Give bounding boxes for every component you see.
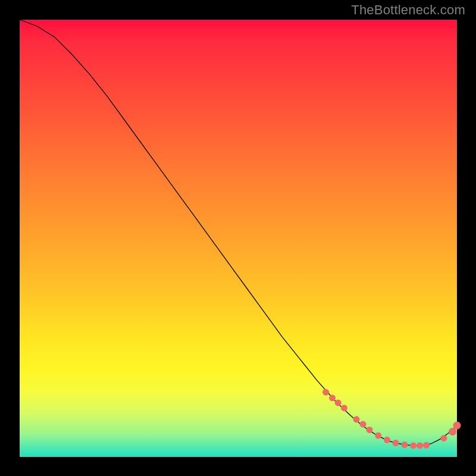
data-dot xyxy=(453,422,461,430)
data-dots xyxy=(322,389,461,449)
data-dot xyxy=(384,437,390,443)
data-dot xyxy=(341,405,347,411)
data-dot xyxy=(416,442,423,449)
data-dot xyxy=(440,435,447,441)
data-dot xyxy=(329,394,336,401)
data-dot xyxy=(393,440,399,446)
data-dot xyxy=(423,442,430,449)
watermark-text: TheBottleneck.com xyxy=(351,2,465,18)
data-dot xyxy=(335,399,342,406)
data-dot xyxy=(367,427,373,433)
data-dot xyxy=(401,441,408,448)
data-dot xyxy=(375,433,381,439)
data-dot xyxy=(360,421,367,427)
data-dot xyxy=(353,416,360,422)
plot-area xyxy=(20,20,457,457)
curve-layer xyxy=(20,20,457,457)
chart-frame: TheBottleneck.com xyxy=(0,0,476,476)
bottleneck-curve xyxy=(20,20,457,446)
data-dot xyxy=(322,389,329,396)
data-dot xyxy=(410,442,416,449)
